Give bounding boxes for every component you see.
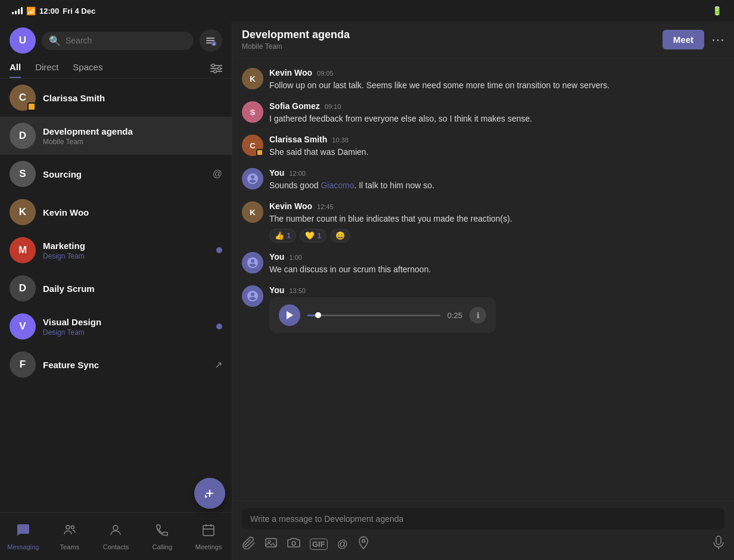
list-item[interactable]: S Sourcing @ (0, 155, 232, 193)
avatar (242, 285, 263, 307)
message-row: K Kevin Woo 09:05 Follow up on our last … (242, 68, 724, 92)
message-header: You 13:50 (269, 285, 724, 295)
new-chat-button[interactable] (194, 478, 225, 509)
message-content: You 13:50 (269, 285, 724, 333)
attach-button[interactable] (242, 536, 255, 552)
mention-button[interactable]: @ (337, 538, 348, 550)
gif-button[interactable]: GIF (310, 539, 328, 550)
message-sender: You (269, 285, 284, 295)
audio-play-button[interactable] (279, 304, 300, 326)
reaction-smile[interactable]: 😄 (330, 229, 350, 242)
chat-name: Clarissa Smith (43, 93, 222, 103)
meet-button[interactable]: Meet (663, 30, 704, 49)
avatar: C (242, 135, 263, 156)
mic-button[interactable] (713, 536, 724, 553)
reaction-heart[interactable]: 💛1 (300, 229, 326, 242)
avatar: K (242, 201, 263, 223)
messages-container: K Kevin Woo 09:05 Follow up on our last … (232, 58, 734, 500)
message-header: Kevin Woo 09:05 (269, 68, 724, 77)
audio-progress-bar[interactable] (307, 315, 440, 316)
message-content: Sofia Gomez 09:10 I gathered feedback fr… (269, 101, 724, 125)
message-sender: Sofia Gomez (269, 101, 320, 111)
avatar: D (10, 275, 36, 301)
message-text: I gathered feedback from everyone else a… (269, 113, 724, 125)
nav-item-calling[interactable]: Calling (139, 513, 185, 560)
chat-meta: ↗ (214, 359, 222, 371)
nav-item-contacts[interactable]: Contacts (93, 513, 139, 560)
message-input-placeholder[interactable]: Write a message to Development agenda (242, 508, 724, 530)
sidebar-header: U 🔍 + (0, 21, 232, 60)
message-sender: You (269, 252, 284, 262)
nav-label-teams: Teams (60, 543, 79, 550)
message-row: C Clarissa Smith 10:38 She said that was… (242, 135, 724, 158)
nav-item-teams[interactable]: Teams (46, 513, 93, 560)
list-item[interactable]: F Feature Sync ↗ (0, 346, 232, 384)
avatar: S (10, 161, 36, 187)
search-input[interactable] (66, 36, 186, 45)
chat-info: Development agenda Mobile Team (43, 126, 222, 146)
compose-button[interactable]: + (200, 29, 222, 52)
list-item[interactable]: K Kevin Woo (0, 193, 232, 231)
more-options-button[interactable]: ⋯ (711, 32, 724, 48)
chat-name: Sourcing (43, 169, 206, 179)
search-bar[interactable]: 🔍 (42, 32, 194, 50)
chat-name: Kevin Woo (43, 207, 222, 217)
audio-info-button[interactable]: ℹ (469, 307, 486, 323)
nav-label-contacts: Contacts (103, 543, 129, 550)
chat-info: Daily Scrum (43, 284, 222, 294)
chat-meta: @ (213, 169, 222, 179)
nav-item-messaging[interactable]: Messaging (0, 513, 46, 560)
avatar: M (10, 237, 36, 263)
message-sender: Clarissa Smith (269, 135, 327, 144)
chat-list: C Clarissa Smith D Development agenda Mo… (0, 79, 232, 512)
message-row: K Kevin Woo 12:45 The number count in bl… (242, 201, 724, 242)
status-bar: 📶 12:00 Fri 4 Dec 🔋 (0, 0, 734, 21)
avatar: S (242, 101, 263, 123)
chat-header-info: Development agenda Mobile Team (242, 29, 663, 51)
tabs: All Direct Spaces (0, 60, 232, 79)
image-button[interactable] (265, 536, 278, 552)
list-item[interactable]: M Marketing Design Team (0, 231, 232, 269)
svg-text:+: + (213, 42, 215, 46)
chat-sub: Mobile Team (43, 138, 222, 146)
filter-button[interactable] (210, 64, 222, 76)
wifi-icon: 📶 (26, 7, 36, 15)
svg-point-17 (268, 540, 270, 543)
camera-button[interactable] (287, 536, 300, 552)
message-time: 10:38 (332, 136, 349, 144)
message-sender: Kevin Woo (269, 201, 312, 211)
search-icon: 🔍 (49, 35, 61, 46)
message-row: You 12:00 Sounds good Giacomo. Il talk t… (242, 168, 724, 192)
svg-rect-15 (203, 525, 214, 536)
signal-icon (12, 7, 23, 14)
chat-info: Feature Sync (43, 360, 207, 370)
list-item[interactable]: D Daily Scrum (0, 269, 232, 307)
avatar-badge (27, 102, 36, 111)
svg-point-14 (113, 525, 118, 530)
reaction-thumbs-up[interactable]: 👍1 (269, 229, 296, 242)
message-text: Follow up on our last talk. Seems like w… (269, 79, 724, 92)
svg-point-9 (218, 67, 221, 70)
svg-point-19 (362, 540, 365, 543)
svg-point-10 (214, 70, 217, 73)
avatar-me[interactable]: U (10, 27, 36, 54)
audio-message: 0:25 ℹ (269, 297, 496, 333)
avatar: K (242, 68, 263, 89)
chat-title: Development agenda (242, 29, 663, 41)
avatar (242, 168, 263, 189)
tab-spaces[interactable]: Spaces (73, 62, 102, 78)
message-text: She said that was Damien. (269, 146, 724, 158)
tab-all[interactable]: All (10, 62, 21, 78)
message-sender: You (269, 168, 284, 178)
avatar: V (10, 313, 36, 340)
svg-point-8 (212, 64, 215, 67)
message-time: 12:00 (289, 170, 306, 177)
list-item[interactable]: C Clarissa Smith (0, 79, 232, 117)
chat-sub: Design Team (43, 328, 209, 337)
nav-item-meetings[interactable]: Meetings (185, 513, 232, 560)
tab-direct[interactable]: Direct (35, 62, 58, 78)
chat-meta (216, 247, 222, 253)
list-item[interactable]: V Visual Design Design Team (0, 307, 232, 346)
list-item[interactable]: D Development agenda Mobile Team (0, 117, 232, 155)
location-button[interactable] (357, 536, 369, 552)
